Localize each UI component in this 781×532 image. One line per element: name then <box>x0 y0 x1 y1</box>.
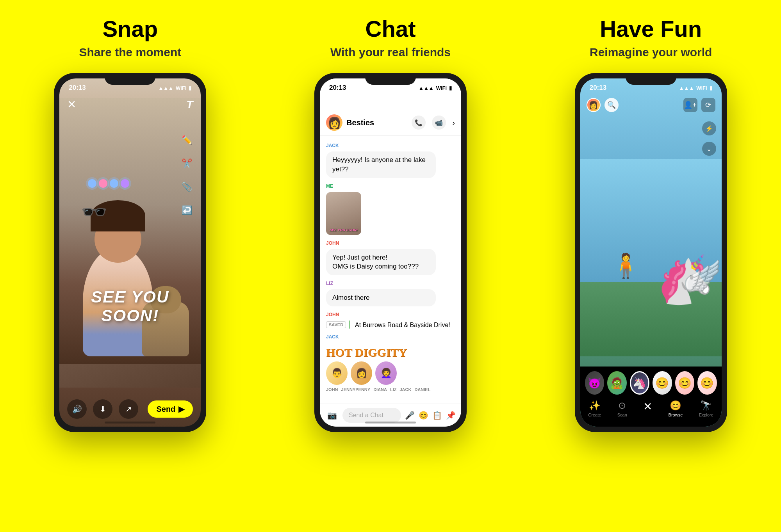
fun-lens-3-selected[interactable]: 🦄 <box>630 371 650 395</box>
chat-bitmoji-icon[interactable]: 📌 <box>446 411 456 420</box>
snap-pencil-icon[interactable]: ✏️ <box>180 133 194 147</box>
snap-send-button[interactable]: Send ▶ <box>148 400 193 418</box>
chat-mic-icon[interactable]: 🎤 <box>405 411 415 420</box>
fun-ar-scene: 🧍 🦄 🪽 <box>580 110 722 356</box>
fun-wings-ar: 🪽 <box>683 258 722 295</box>
snap-close-icon[interactable]: ✕ <box>67 98 76 111</box>
chat-title: Chat <box>366 16 416 42</box>
fun-wifi-icon: WiFi <box>696 85 707 91</box>
fun-bottom-bar: 😈 🧟 🦄 😊 😊 😊 ✨ Create <box>580 367 722 427</box>
snap-text-tool-icon[interactable]: T <box>186 98 193 111</box>
fun-subtitle: Reimagine your world <box>590 46 712 59</box>
chat-battery-icon: ▮ <box>449 85 452 91</box>
snap-flower-4 <box>121 179 129 188</box>
snap-flower-1 <box>88 179 96 188</box>
fun-avatar-emoji: 👩 <box>587 99 600 111</box>
fun-lens-6[interactable]: 😊 <box>697 371 717 395</box>
fun-signal-icon: ▲▲▲ <box>679 85 694 91</box>
fun-screen: 20:13 ▲▲▲ WiFi ▮ 👩 🔍 <box>580 78 722 427</box>
snap-bottom-bar: 🔊 ⬇ ↗ Send ▶ <box>59 399 201 419</box>
fun-nav-close-icon: ✕ <box>643 400 652 413</box>
fun-nav-browse[interactable]: 😊 Browse <box>669 400 683 417</box>
snap-panel: Snap Share the moment 20:13 ▲▲▲ WiFi ▮ ✕… <box>0 0 260 532</box>
chat-saved-wrapper: SAVED At Burrows Road & Bayside Drive! <box>326 320 455 329</box>
fun-status-time: 20:13 <box>590 84 606 92</box>
fun-lens-2[interactable]: 🧟 <box>607 371 626 395</box>
snap-subtitle: Share the moment <box>79 46 181 59</box>
chat-messages-list: JACK Heyyyyyy! Is anyone at the lake yet… <box>320 136 461 404</box>
fun-status-icons: ▲▲▲ WiFi ▮ <box>679 85 712 91</box>
fun-flip-camera-button[interactable]: ⟳ <box>701 98 715 112</box>
chat-more-button[interactable]: › <box>452 118 455 127</box>
chat-panel: Chat With your real friends 20:13 ▲▲▲ Wi… <box>260 0 521 532</box>
fun-search-button[interactable]: 🔍 <box>604 98 619 112</box>
chat-participant-liz: LIZ <box>390 387 397 392</box>
fun-right-icons: 👤+ ⟳ <box>683 98 715 112</box>
chat-notch <box>365 73 416 85</box>
chat-attach-icon[interactable]: 📋 <box>432 411 442 420</box>
chat-group-name: Besties <box>346 118 408 127</box>
fun-nav-scan[interactable]: ⊙ Scan <box>617 400 627 417</box>
chat-sender-jack-2: JACK <box>326 334 455 340</box>
fun-nav-explore[interactable]: 🔭 Explore <box>699 400 713 417</box>
snap-send-label: Send <box>156 405 175 414</box>
fun-man-emoji: 🧍 <box>611 254 635 278</box>
fun-nav-scan-label: Scan <box>617 413 627 417</box>
fun-nav-browse-icon: 😊 <box>670 400 681 411</box>
chat-call-button[interactable]: 📞 <box>412 116 426 130</box>
snap-mute-button[interactable]: 🔊 <box>67 399 87 419</box>
fun-home-indicator <box>626 422 676 424</box>
fun-user-avatar[interactable]: 👩 <box>587 98 601 112</box>
chat-input-field[interactable]: Send a Chat <box>342 408 401 423</box>
fun-lens-row: 😈 🧟 🦄 😊 😊 😊 <box>580 367 722 397</box>
snap-caption-text: SEE YOU SOON! <box>67 288 193 325</box>
chat-signal-icon: ▲▲▲ <box>419 85 434 91</box>
chat-video-button[interactable]: 📹 <box>432 116 446 130</box>
snap-battery-icon: ▮ <box>189 85 191 91</box>
chat-emoji-icon[interactable]: 😊 <box>419 411 428 420</box>
chat-phone-frame: 20:13 ▲▲▲ WiFi ▮ 👩 Besties 📞 📹 <box>314 73 467 432</box>
fun-lens-5[interactable]: 😊 <box>675 371 694 395</box>
chat-home-indicator <box>365 422 416 423</box>
fun-lens-1[interactable]: 😈 <box>585 371 604 395</box>
chat-camera-icon[interactable]: 📷 <box>325 409 339 422</box>
chat-saved-tag: SAVED <box>326 321 346 328</box>
fun-lens-4[interactable]: 😊 <box>653 371 672 395</box>
snap-status-icons: ▲▲▲ WiFi ▮ <box>158 85 191 91</box>
snap-share-button[interactable]: ↗ <box>119 399 138 419</box>
fun-nav-create-icon: ✨ <box>589 400 601 411</box>
chat-sticker-char-3: 👩‍🦱 <box>375 361 397 385</box>
chat-avatar-emoji: 👩 <box>326 114 342 131</box>
snap-topbar: ✕ T <box>59 98 201 111</box>
snap-undo-icon[interactable]: ↩️ <box>180 203 194 217</box>
snap-flower-filter <box>88 179 129 188</box>
chat-message-john-1: Yep! Just got here!OMG is Daisy coming t… <box>326 249 436 276</box>
chat-saved-message-text: At Burrows Road & Bayside Drive! <box>355 320 450 329</box>
fun-add-friend-button[interactable]: 👤+ <box>683 98 697 112</box>
chat-sticker-char-1: 👨 <box>326 361 348 385</box>
snap-scissors-icon[interactable]: ✂️ <box>180 157 194 171</box>
fun-phone-frame: 20:13 ▲▲▲ WiFi ▮ 👩 🔍 <box>575 73 727 432</box>
fun-nav-create-label: Create <box>588 413 601 417</box>
fun-nav-create[interactable]: ✨ Create <box>588 400 601 417</box>
snap-flower-3 <box>110 179 118 188</box>
chat-sender-john-1: JOHN <box>326 240 455 246</box>
chat-sender-jack-1: JACK <box>326 143 455 148</box>
fun-topbar: 👩 🔍 👤+ ⟳ <box>580 98 722 112</box>
chat-participant-jack: JACK <box>399 387 411 392</box>
chat-sender-liz: LIZ <box>326 281 455 286</box>
snap-right-toolbar: ✏️ ✂️ 📎 ↩️ <box>180 133 194 217</box>
snap-action-bar: 🔊 ⬇ ↗ Send ▶ <box>67 399 193 419</box>
snap-paperclip-icon[interactable]: 📎 <box>180 180 194 194</box>
fun-title: Have Fun <box>600 16 702 42</box>
fun-nav-close[interactable]: ✕ <box>643 400 652 417</box>
chat-sticker-area: HOT DIGGITY 👨 👩 👩‍🦱 <box>326 346 455 385</box>
fun-nav-scan-icon: ⊙ <box>618 400 626 411</box>
fun-nav-bar: ✨ Create ⊙ Scan ✕ 😊 Br <box>580 397 722 419</box>
chat-snap-thumbnail[interactable]: SEE YOU SOON! <box>326 192 361 235</box>
chat-participant-daniel: DANIEL <box>414 387 430 392</box>
chat-header-actions: 📞 📹 › <box>412 116 455 130</box>
fun-battery-icon: ▮ <box>710 85 712 91</box>
chat-sender-john-2: JOHN <box>326 312 455 317</box>
snap-download-button[interactable]: ⬇ <box>93 399 112 419</box>
